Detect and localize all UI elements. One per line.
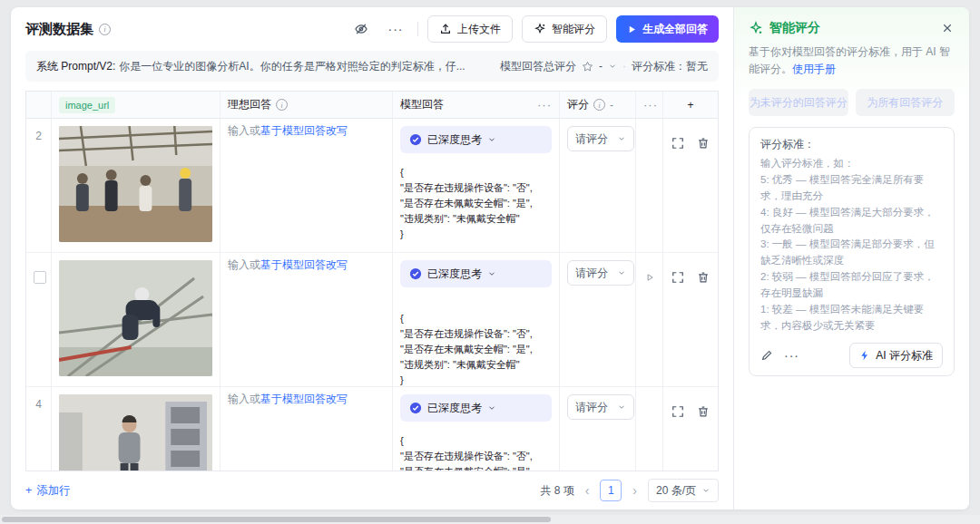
table-row: 2 [26,119,718,253]
row-photo-scaffold-worker[interactable] [59,260,212,376]
expand-row-button[interactable] [671,405,684,418]
score-select[interactable]: 请评分 [567,260,634,286]
score-badge: - [610,99,613,112]
score-unscored-button[interactable]: 为未评分的回答评分 [749,89,848,116]
model-answer-json: { "是否存在违规操作设备": "否", "是否存在未佩戴安全帽": "是", … [400,165,552,242]
criteria-placeholder[interactable]: 输入评分标准，如： 5: 优秀 — 模型回答完全满足所有要求，理由充分 4: 良… [760,156,943,334]
total-score-label: 模型回答总评分 [500,59,576,74]
total-count: 共 8 项 [540,483,573,499]
criteria-editor[interactable]: 评分标准： 输入评分标准，如： 5: 优秀 — 模型回答完全满足所有要求，理由充… [749,127,955,376]
app-window: 评测数据集 i ··· [11,7,969,509]
next-page-button[interactable]: › [631,483,639,498]
prev-page-button[interactable]: ‹ [583,483,592,498]
chevron-down-icon[interactable] [608,62,617,71]
upload-file-label: 上传文件 [457,22,501,37]
score-select[interactable]: 请评分 [567,394,634,420]
row-photo-control-room[interactable] [59,394,212,471]
current-page[interactable]: 1 [600,480,622,501]
chevron-down-icon [487,403,496,412]
rewrite-from-model-link[interactable]: 基于模型回答改写 [260,124,348,137]
deep-think-toggle[interactable]: 已深度思考 [400,394,552,422]
header-model-answer[interactable]: 模型回答 ··· [393,92,560,118]
run-row-button[interactable] [643,260,655,282]
deep-think-toggle[interactable]: 已深度思考 [400,260,552,287]
rewrite-from-model-link[interactable]: 基于模型回答改写 [260,258,348,271]
more-icon: ··· [388,23,404,35]
ideal-prefix: 输入或 [228,393,260,405]
image-cell[interactable] [52,119,220,252]
deep-think-toggle[interactable]: 已深度思考 [400,126,552,153]
header-image-url[interactable]: image_url [52,92,220,118]
ideal-answer-cell[interactable]: 输入或基于模型回答改写 [220,253,393,386]
generate-all-label: 生成全部回答 [642,22,708,37]
row-photo-construction-yard[interactable] [59,126,212,242]
page-size-select[interactable]: 20 条/页 [648,479,719,502]
header-score[interactable]: 评分 i - [560,92,636,118]
header-more-button[interactable]: ··· [383,16,408,42]
manual-link[interactable]: 使用手册 [792,63,836,75]
trash-icon [697,271,710,284]
generate-all-button[interactable]: 生成全部回答 [616,15,719,43]
edit-criteria-button[interactable] [760,349,773,362]
close-panel-button[interactable] [938,19,956,37]
delete-row-button[interactable] [697,405,710,418]
panel-title: 智能评分 [769,20,820,36]
panel-description-text: 基于你对模型回答的评分标准，用于 AI 智能评分。 [749,45,950,75]
check-circle-icon [409,402,422,414]
table-row: 4 输入或基于模型回 [26,387,718,471]
delete-row-button[interactable] [697,271,710,284]
upload-icon [439,23,452,35]
model-answer-cell[interactable]: 已深度思考 { "是否存在违规操作设备": "否", "是否存在未佩戴安全帽":… [393,253,560,386]
main-area: 评测数据集 i ··· [11,7,733,509]
header-add-column[interactable]: + [663,92,718,118]
check-circle-icon [409,267,422,280]
score-info-icon[interactable]: i [593,99,605,111]
ideal-answer-cell[interactable]: 输入或基于模型回答改写 [220,119,393,252]
title-info-icon[interactable]: i [99,24,111,35]
image-cell[interactable] [52,387,220,471]
chevron-down-icon [487,269,496,278]
check-circle-icon [409,133,422,146]
score-cell: 请评分 [560,253,636,386]
score-placeholder: 请评分 [575,266,608,281]
pagination: 共 8 项 ‹ 1 › 20 条/页 [540,479,719,502]
system-prompt-bar[interactable]: 系统 Prompt/V2: 你是一位专业的图像分析AI。你的任务是严格对照给定的… [25,51,719,82]
row-extra-cell [636,253,663,386]
add-row-button[interactable]: + 添加行 [25,483,71,499]
ideal-answer-cell[interactable]: 输入或基于模型回答改写 [220,387,393,471]
image-url-tag: image_url [59,97,115,113]
trash-icon [697,137,710,150]
expand-row-button[interactable] [671,271,684,284]
header-extra-more[interactable]: ··· [636,92,663,118]
model-answer-cell[interactable]: 已深度思考 { "是否存在违规操作设备": "否", "是否存在未佩戴安全帽":… [393,387,560,471]
extra-more-icon: ··· [643,98,658,112]
scrollbar-thumb[interactable] [2,517,551,522]
upload-file-button[interactable]: 上传文件 [427,15,513,43]
ai-criteria-button[interactable]: AI 评分标准 [849,343,943,368]
rewrite-from-model-link[interactable]: 基于模型回答改写 [260,393,348,405]
header-ideal-answer[interactable]: 理想回答 i [220,92,393,118]
table-header-row: image_url 理想回答 i 模型回答 ··· 评分 i - ··· [26,92,718,119]
criteria-more-button[interactable]: ··· [784,349,799,362]
table-footer: + 添加行 共 8 项 ‹ 1 › 20 条/页 [11,471,733,509]
panel-description: 基于你对模型回答的评分标准，用于 AI 智能评分。使用手册 [734,44,969,78]
score-select[interactable]: 请评分 [567,126,634,151]
horizontal-scrollbar[interactable] [0,515,980,524]
smart-score-button[interactable]: 智能评分 [522,15,607,43]
model-column-more-icon[interactable]: ··· [537,98,552,112]
score-all-button[interactable]: 为所有回答评分 [856,89,956,116]
expand-row-button[interactable] [671,137,684,150]
page-header: 评测数据集 i ··· [11,7,733,51]
model-answer-cell[interactable]: 已深度思考 { "是否存在违规操作设备": "否", "是否存在未佩戴安全帽":… [393,119,560,252]
system-prompt-label: 系统 Prompt/V2: [36,59,115,74]
row-checkbox[interactable] [34,271,46,284]
sparkle-icon [534,23,546,35]
ideal-info-icon[interactable]: i [276,99,288,111]
chevron-down-icon [617,268,626,277]
ideal-prefix: 输入或 [228,124,260,137]
hide-columns-button[interactable] [348,16,374,42]
add-column-icon: + [687,99,693,112]
image-cell[interactable] [52,253,220,386]
delete-row-button[interactable] [697,137,710,150]
ideal-prefix: 输入或 [228,258,260,271]
